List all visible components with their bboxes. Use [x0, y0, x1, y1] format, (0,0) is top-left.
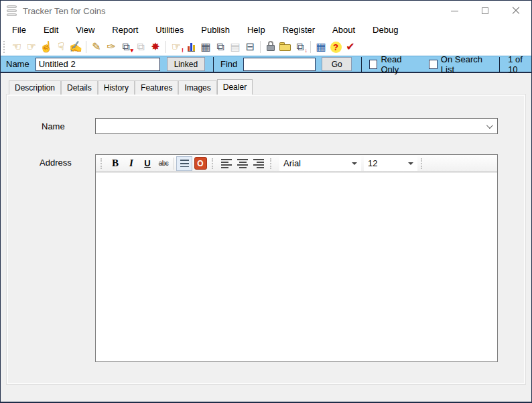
align-left-icon: [221, 159, 232, 168]
export-badge: ↓: [305, 48, 308, 54]
menu-utilities[interactable]: Utilities: [147, 22, 192, 38]
font-family-select[interactable]: Arial: [279, 156, 361, 171]
read-only-label: Read Only: [381, 54, 417, 74]
record-bar-separator: [213, 57, 214, 72]
strikethrough-button[interactable]: abc: [155, 156, 172, 171]
address-text-area[interactable]: [96, 172, 497, 361]
record-bar-separator: [361, 57, 362, 72]
first-record-icon[interactable]: ☝: [39, 40, 54, 54]
menu-about[interactable]: About: [324, 22, 364, 38]
chevron-down-icon: [486, 122, 493, 129]
title-bar: Tracker Ten for Coins: [1, 1, 531, 21]
tab-history[interactable]: History: [98, 80, 135, 95]
editor-toolbar: B I U abc O Arial 12: [96, 155, 497, 172]
editor-toolbar-grip: [212, 158, 215, 169]
read-only-checkbox[interactable]: [369, 60, 378, 69]
edit-record-icon[interactable]: ✑: [104, 40, 119, 54]
on-search-list-label: On Search List: [441, 54, 491, 74]
lock-body: [267, 45, 275, 51]
menu-register[interactable]: Register: [274, 22, 324, 38]
toolbar-separator: [260, 41, 261, 53]
align-right-button[interactable]: [251, 156, 267, 171]
app-database-icon: [7, 5, 17, 16]
previous-record-icon[interactable]: ☜: [9, 40, 24, 54]
help-icon[interactable]: ?: [328, 40, 343, 54]
menu-file[interactable]: File: [3, 22, 35, 38]
tab-images[interactable]: Images: [178, 80, 216, 95]
save-record-glyph: ⧉: [122, 42, 129, 52]
tab-description[interactable]: Description: [9, 80, 61, 95]
film-icon[interactable]: ▤: [228, 40, 243, 54]
tab-features[interactable]: Features: [135, 80, 178, 95]
bold-button[interactable]: B: [107, 156, 123, 171]
main-toolbar: ☜ ☞ ☝ ☟ ✍ ✎ ✑ ⧉▾ ⧉ ✸ ☞! ▦ ⧉ ▤ ⊟ ⧉↓ ▦ ? ✔: [1, 38, 531, 56]
align-right-icon: [253, 159, 264, 168]
menu-edit[interactable]: Edit: [35, 22, 67, 38]
menu-bar: File Edit View Report Utilities Publish …: [1, 21, 531, 38]
close-icon: [512, 7, 520, 15]
confirm-icon[interactable]: ✔: [343, 40, 358, 54]
record-name-label: Name: [6, 59, 29, 69]
window-title: Tracker Ten for Coins: [23, 6, 106, 16]
open-folder-icon[interactable]: [278, 40, 293, 54]
chevron-down-icon: [408, 162, 413, 165]
minimize-button[interactable]: [439, 1, 470, 21]
next-record-icon[interactable]: ☞: [24, 40, 39, 54]
maximize-button[interactable]: [470, 1, 501, 21]
record-position: 1 of 10: [508, 54, 531, 74]
editor-toolbar-grip: [101, 158, 104, 169]
align-center-icon: [237, 159, 248, 168]
toolbar-grip: [3, 41, 7, 53]
menu-report[interactable]: Report: [103, 22, 147, 38]
find-input[interactable]: [243, 58, 316, 71]
select-record-icon[interactable]: ✍: [68, 40, 83, 54]
print-icon[interactable]: ⊟: [243, 40, 257, 54]
font-size-select[interactable]: 12: [364, 156, 417, 171]
chart-icon[interactable]: [184, 40, 198, 54]
export-glyph: ⧉: [296, 42, 304, 52]
editor-separator: [174, 158, 174, 170]
dealer-name-label: Name: [42, 121, 65, 131]
menu-help[interactable]: Help: [239, 22, 274, 38]
find-record-icon[interactable]: ☞!: [169, 40, 184, 54]
align-center-button[interactable]: [235, 156, 251, 171]
record-bar-separator: [499, 57, 500, 72]
copies-icon[interactable]: ⧉: [213, 40, 228, 54]
save-record-icon[interactable]: ⧉▾: [119, 40, 133, 54]
toolbar-separator: [310, 41, 311, 53]
on-search-list-checkbox[interactable]: [429, 60, 438, 69]
font-family-value: Arial: [283, 158, 301, 168]
menu-publish[interactable]: Publish: [192, 22, 239, 38]
maximize-icon: [482, 7, 488, 14]
calculator-icon[interactable]: ▦: [314, 40, 328, 54]
underline-button[interactable]: U: [139, 156, 155, 171]
numbering-button[interactable]: O: [192, 156, 208, 171]
align-left-button[interactable]: [218, 156, 235, 171]
export-icon[interactable]: ⧉↓: [293, 40, 308, 54]
address-label: Address: [40, 158, 72, 168]
table-icon[interactable]: ▦: [198, 40, 213, 54]
copy-record-icon[interactable]: ⧉: [133, 40, 148, 54]
chart-bars: [188, 42, 195, 52]
dealer-name-combobox[interactable]: [95, 118, 498, 134]
editor-toolbar-grip: [421, 158, 424, 169]
menu-view[interactable]: View: [67, 22, 103, 38]
folder-body: [279, 44, 291, 51]
tab-dealer[interactable]: Dealer: [217, 79, 253, 95]
menu-debug[interactable]: Debug: [364, 22, 407, 38]
close-button[interactable]: [501, 1, 531, 21]
bullet-list-button[interactable]: [176, 156, 192, 171]
record-name-input[interactable]: [36, 58, 160, 71]
app-window: Tracker Ten for Coins File Edit View Rep…: [0, 0, 532, 403]
go-button[interactable]: Go: [322, 57, 352, 71]
last-record-icon[interactable]: ☟: [54, 40, 68, 54]
tab-details[interactable]: Details: [61, 80, 98, 95]
linked-button[interactable]: Linked: [167, 57, 205, 71]
italic-button[interactable]: I: [123, 156, 139, 171]
address-rich-editor: B I U abc O Arial 12: [95, 154, 498, 362]
chevron-down-icon: [352, 162, 357, 165]
help-glyph: ?: [330, 42, 342, 53]
new-record-icon[interactable]: ✎: [89, 40, 104, 54]
delete-record-icon[interactable]: ✸: [148, 40, 163, 54]
lock-icon[interactable]: [263, 40, 278, 54]
